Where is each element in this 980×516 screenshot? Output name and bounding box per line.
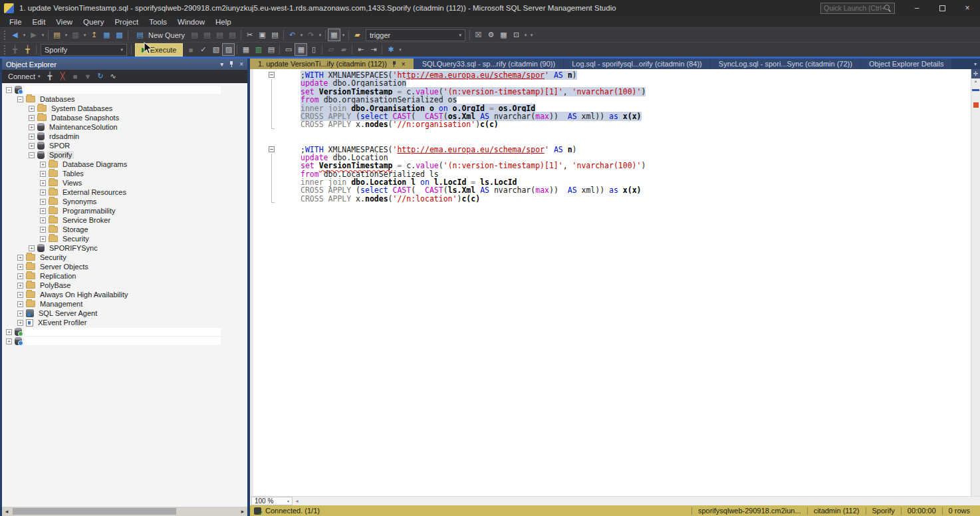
close-button[interactable]: × xyxy=(955,0,980,16)
new-project-icon[interactable]: ▤ xyxy=(51,29,63,41)
tree-node-programmability[interactable]: +Programmability xyxy=(2,206,247,215)
expander-icon[interactable]: − xyxy=(6,87,12,93)
disconnect-icon[interactable]: ╳ xyxy=(57,70,69,82)
toolbar2-overflow-icon[interactable]: ▾ xyxy=(397,43,403,56)
toolbar-grip-handle[interactable] xyxy=(4,31,6,40)
toolbar-grip-handle[interactable] xyxy=(4,45,6,55)
new-database-engine-query-icon[interactable]: ▤ xyxy=(188,29,201,41)
database-combo[interactable]: Sporify ▾ xyxy=(41,44,127,56)
nav-back-icon[interactable]: ◀ xyxy=(9,29,21,41)
menu-project[interactable]: Project xyxy=(109,18,144,26)
scroll-left-icon[interactable]: ◂ xyxy=(293,498,301,504)
menu-tools[interactable]: Tools xyxy=(144,18,172,26)
tree-node-external-resources[interactable]: +External Resources xyxy=(2,188,247,197)
expander-icon[interactable]: + xyxy=(17,320,23,326)
tree-node-security[interactable]: +Security xyxy=(2,234,247,243)
undo-dropdown-icon[interactable]: ▾ xyxy=(299,29,305,41)
tree-node-security[interactable]: +Security xyxy=(2,253,247,262)
menu-window[interactable]: Window xyxy=(172,18,210,26)
scroll-thumb[interactable] xyxy=(13,508,176,515)
new-project-dropdown-icon[interactable]: ▾ xyxy=(63,29,69,41)
tree-node-databases[interactable]: −Databases xyxy=(2,94,247,104)
parse-query-icon[interactable]: ✓ xyxy=(197,43,209,56)
console-dropdown-icon[interactable]: ▾ xyxy=(523,29,529,41)
execute-button[interactable]: ▶ Execute xyxy=(135,43,183,57)
tree-node-management[interactable]: +Management xyxy=(2,299,247,309)
expander-icon[interactable]: + xyxy=(17,264,23,270)
expander-icon[interactable]: + xyxy=(6,338,12,344)
tree-node-database-diagrams[interactable]: +Database Diagrams xyxy=(2,160,247,169)
scroll-track[interactable] xyxy=(301,497,980,505)
nav-back-dropdown-icon[interactable]: ▾ xyxy=(21,29,27,41)
tree-node-sql-server-agent[interactable]: +SQL Server Agent xyxy=(2,309,247,318)
open-file-dropdown-icon[interactable]: ▾ xyxy=(82,29,88,41)
tab-3[interactable]: Log.sql - sporifysql...orify (citadmin (… xyxy=(564,59,710,69)
add-item-icon[interactable]: ↥ xyxy=(88,29,100,41)
include-actual-plan-icon[interactable]: ▦ xyxy=(239,43,252,56)
connect-plug-icon[interactable]: ╈ xyxy=(44,70,57,82)
expander-icon[interactable]: + xyxy=(29,143,35,149)
expander-icon[interactable]: + xyxy=(29,124,35,130)
increase-indent-icon[interactable]: ⇥ xyxy=(367,43,380,56)
tree-node-sporify[interactable]: −Sporify xyxy=(2,150,247,160)
tree-node-spor[interactable]: +SPOR xyxy=(2,141,247,150)
new-xmla-query-icon[interactable]: ▤ xyxy=(226,29,239,41)
find-icon[interactable]: ▰ xyxy=(351,29,364,41)
scroll-right-icon[interactable]: ▸ xyxy=(238,508,247,515)
query-shortcut-combo[interactable]: trigger ▾ xyxy=(366,29,465,41)
expander-icon[interactable]: + xyxy=(17,292,23,298)
tab-1[interactable]: 1. update VersionTi...ify (citadmin (112… xyxy=(250,59,414,69)
connect-button[interactable]: Connect ▾ xyxy=(5,72,44,80)
expander-icon[interactable]: + xyxy=(40,171,46,177)
tab-5[interactable]: Object Explorer Details xyxy=(861,59,952,69)
save-icon[interactable]: ▦ xyxy=(100,29,113,41)
editor-horizontal-scrollbar[interactable]: 100 % ▾ ◂ xyxy=(250,496,980,505)
new-query-button[interactable]: ▤New Query xyxy=(130,29,188,41)
scroll-up-icon[interactable]: ▴ xyxy=(975,78,977,85)
cut-icon[interactable]: ✂ xyxy=(243,29,256,41)
expander-icon[interactable]: + xyxy=(40,162,46,168)
nav-forward-dropdown-icon[interactable]: ▾ xyxy=(40,29,46,41)
collapse-icon[interactable]: − xyxy=(269,72,275,78)
expander-icon[interactable]: + xyxy=(29,134,35,140)
panel-menu-icon[interactable]: ▾ xyxy=(220,61,223,68)
expander-icon[interactable]: − xyxy=(17,96,23,102)
expander-icon[interactable]: + xyxy=(40,217,46,223)
restore-button[interactable] xyxy=(929,0,955,16)
code-line[interactable] xyxy=(253,129,971,137)
expander-icon[interactable]: + xyxy=(29,106,35,112)
tree-node-sporifysync[interactable]: +SPORIFYSync xyxy=(2,243,247,253)
tree-node-maintenancesolution[interactable]: +MaintenanceSolution xyxy=(2,122,247,132)
new-dmx-query-icon[interactable]: ▤ xyxy=(213,29,226,41)
available-databases-icon[interactable]: ╈ xyxy=(9,43,21,56)
toolbox-icon[interactable]: ▦ xyxy=(497,29,510,41)
expander-icon[interactable]: + xyxy=(40,236,46,242)
menu-file[interactable]: File xyxy=(4,18,27,26)
tab-2[interactable]: SQLQuery33.sql - sp...rify (citadmin (90… xyxy=(414,59,564,69)
paste-icon[interactable]: ▤ xyxy=(269,29,281,41)
tree-node-service-broker[interactable]: +Service Broker xyxy=(2,215,247,225)
tree-node-views[interactable]: +Views xyxy=(2,178,247,188)
scroll-track[interactable] xyxy=(971,85,980,496)
tree-node-server[interactable]: + xyxy=(2,336,247,346)
wrench-icon[interactable]: ⚙ xyxy=(485,29,497,41)
expander-icon[interactable]: + xyxy=(40,199,46,205)
tree-node-rdsadmin[interactable]: +rdsadmin xyxy=(2,132,247,141)
activity-monitor-icon[interactable]: ∿ xyxy=(107,70,120,82)
close-icon[interactable]: × xyxy=(402,61,406,68)
tree-node-server[interactable]: + xyxy=(2,327,247,336)
expander-icon[interactable]: + xyxy=(6,329,12,335)
zoom-combo[interactable]: 100 % ▾ xyxy=(251,497,293,505)
menu-query[interactable]: Query xyxy=(78,18,109,26)
nav-forward-icon[interactable]: ▶ xyxy=(27,29,40,41)
quick-launch-input[interactable] xyxy=(824,4,884,12)
expander-icon[interactable]: + xyxy=(17,283,23,289)
tab-4[interactable]: SyncLog.sql - spori...Sync (citadmin (72… xyxy=(711,59,860,69)
code-line[interactable]: CROSS APPLY x.nodes('//n:organisation')c… xyxy=(253,120,971,128)
query-options-icon[interactable]: ▨ xyxy=(222,43,235,56)
new-mdx-query-icon[interactable]: ▤ xyxy=(201,29,213,41)
expander-icon[interactable]: + xyxy=(17,255,23,261)
tree-node-xevent-profiler[interactable]: +XEvent Profiler xyxy=(2,318,247,327)
tree-node-database-snapshots[interactable]: +Database Snapshots xyxy=(2,113,247,122)
filter-icon[interactable]: ▼ xyxy=(82,70,94,82)
